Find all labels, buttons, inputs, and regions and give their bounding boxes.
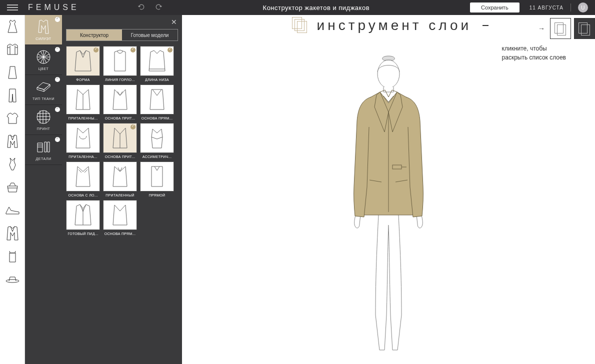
option-label: ПРИТАЛЕННЫЙ <box>103 194 137 197</box>
layer-tool-dark[interactable] <box>574 18 595 39</box>
check-icon <box>55 17 60 22</box>
garment-dress-icon[interactable] <box>5 18 20 35</box>
layers-title: инструмент слои <box>317 18 472 34</box>
option-label: ОСНОВА ПРИТ... <box>103 116 137 120</box>
menu-button[interactable] <box>0 0 25 15</box>
prop-color[interactable]: ЦВЕТ <box>25 45 62 75</box>
garment-coat-icon[interactable] <box>5 225 20 242</box>
garment-pants-icon[interactable] <box>5 87 20 104</box>
svg-point-2 <box>37 110 50 124</box>
topbar: FEMUSE Конструктор жакетов и пиджаков Со… <box>0 0 595 15</box>
save-button[interactable]: Сохранить <box>470 2 520 12</box>
page-title: Конструктор жакетов и пиджаков <box>162 4 470 12</box>
arrow-right-icon: → <box>538 24 545 32</box>
option-label: ПРЯМОЙ <box>140 194 174 197</box>
garment-shoe-icon[interactable] <box>5 202 20 219</box>
garment-bag-icon[interactable] <box>5 179 20 196</box>
user-avatar[interactable]: U <box>578 2 588 12</box>
brand-logo: FEMUSE <box>25 3 82 12</box>
date-label: 11 АВГУСТА <box>530 5 564 10</box>
option-label: ОСНОВА ПРЯМ... <box>103 232 137 236</box>
check-icon <box>94 48 98 52</box>
tab-ready-models[interactable]: Готовые модели <box>122 30 178 40</box>
garment-skirt-icon[interactable] <box>5 64 20 81</box>
garment-rail <box>0 15 25 364</box>
option-label: АССИМЕТРИЧ... <box>140 155 174 158</box>
tab-switch: Конструктор Готовые модели <box>66 29 178 41</box>
option-thumb[interactable]: ДЛИНА НИЗА <box>140 46 174 82</box>
check-icon <box>55 137 60 142</box>
check-icon <box>55 47 60 52</box>
garment-shirt-icon[interactable] <box>5 41 20 58</box>
option-thumb[interactable]: ФОРМА <box>66 46 100 82</box>
tab-constructor[interactable]: Конструктор <box>66 30 122 40</box>
garment-hat-icon[interactable] <box>5 271 20 288</box>
option-thumb[interactable]: ОСНОВА ПРЯМ... <box>140 84 174 120</box>
garment-swimsuit-icon[interactable] <box>5 156 20 173</box>
option-thumb[interactable]: ОСНОВА ПРИТ... <box>103 84 137 120</box>
option-label: ФОРМА <box>66 78 100 82</box>
svg-point-0 <box>6 280 19 282</box>
option-label: ПРИТАЛЕННЫ... <box>66 116 100 120</box>
layer-tool-light[interactable] <box>550 18 571 39</box>
option-label: ГОТОВЫЙ ПИД... <box>66 232 100 236</box>
check-icon <box>130 124 136 130</box>
property-column: СИЛУЭТ ЦВЕТ ТИП ТКАНИ ПРИНТ ДЕТАЛИ <box>25 15 62 364</box>
option-label: ДЛИНА НИЗА <box>140 78 174 82</box>
option-thumb[interactable]: ОСНОВА ПРИТ... <box>103 123 137 158</box>
option-thumb[interactable]: ПРЯМОЙ <box>140 162 174 197</box>
check-icon <box>55 77 60 82</box>
layers-deco-icon <box>292 17 309 34</box>
prop-silhouette[interactable]: СИЛУЭТ <box>25 15 62 45</box>
option-label: ОСНОВА ПРЯМ... <box>140 116 174 120</box>
options-grid: ФОРМАЛИНИЯ ГОРЛО...ДЛИНА НИЗАПРИТАЛЕННЫ.… <box>66 46 178 236</box>
option-label: ОСНОВА С ЛО... <box>66 194 100 197</box>
prop-details[interactable]: ДЕТАЛИ <box>25 135 62 165</box>
options-panel: ✕ Конструктор Готовые модели ФОРМАЛИНИЯ … <box>62 15 182 364</box>
close-icon[interactable]: ✕ <box>171 18 177 26</box>
layer-tool: → <box>538 18 595 39</box>
option-label: ОСНОВА ПРИТ... <box>103 155 137 158</box>
option-thumb[interactable]: ПРИТАЛЕННА... <box>66 123 100 158</box>
option-thumb[interactable]: ПРИТАЛЕННЫ... <box>66 84 100 120</box>
option-thumb[interactable]: ЛИНИЯ ГОРЛО... <box>103 46 137 82</box>
check-icon <box>130 48 136 52</box>
option-label: ЛИНИЯ ГОРЛО... <box>103 78 137 82</box>
undo-button[interactable] <box>138 3 146 12</box>
redo-button[interactable] <box>154 3 162 12</box>
svg-point-3 <box>378 60 400 88</box>
check-icon <box>55 107 60 112</box>
canvas-area: инструмент слои кликните, чтобы раскрыть… <box>182 15 595 364</box>
option-thumb[interactable]: ПРИТАЛЕННЫЙ <box>103 162 137 197</box>
check-icon <box>168 48 172 52</box>
mannequin-figure <box>328 50 448 360</box>
garment-top-icon[interactable] <box>5 248 20 265</box>
garment-sweater-icon[interactable] <box>5 110 20 127</box>
option-thumb[interactable]: ОСНОВА ПРЯМ... <box>103 200 137 236</box>
option-thumb[interactable]: ОСНОВА С ЛО... <box>66 162 100 197</box>
prop-fabric[interactable]: ТИП ТКАНИ <box>25 75 62 105</box>
option-label: ПРИТАЛЕННА... <box>66 155 100 158</box>
prop-print[interactable]: ПРИНТ <box>25 105 62 135</box>
garment-jacket-icon[interactable] <box>5 133 20 150</box>
option-thumb[interactable]: ГОТОВЫЙ ПИД... <box>66 200 100 236</box>
option-thumb[interactable]: АССИМЕТРИЧ... <box>140 123 174 158</box>
